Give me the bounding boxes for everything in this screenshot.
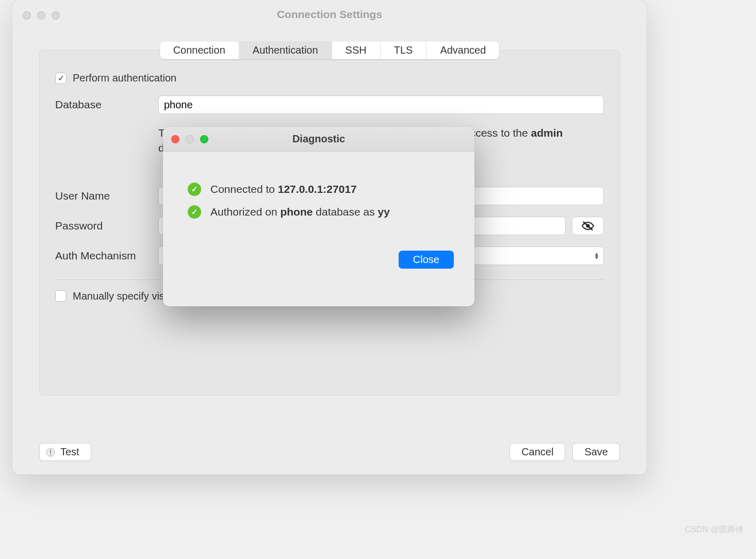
zoom-window-icon[interactable] bbox=[200, 135, 208, 143]
cancel-button[interactable]: Cancel bbox=[510, 443, 565, 461]
tab-tls[interactable]: TLS bbox=[381, 41, 427, 59]
modal-title: Diagnostic bbox=[163, 133, 474, 145]
modal-body: ✓ Connected to 127.0.0.1:27017 ✓ Authori… bbox=[163, 152, 474, 240]
test-button[interactable]: Test bbox=[39, 443, 91, 461]
toggle-password-visibility-button[interactable] bbox=[572, 217, 604, 235]
settings-tabs: Connection Authentication SSH TLS Advanc… bbox=[160, 41, 500, 59]
close-button[interactable]: Close bbox=[399, 251, 454, 269]
username-label: User Name bbox=[55, 190, 158, 202]
modal-titlebar: Diagnostic bbox=[163, 127, 474, 152]
diagnostic-modal: Diagnostic ✓ Connected to 127.0.0.1:2701… bbox=[163, 127, 474, 306]
diagnostic-authorized-row: ✓ Authorized on phone database as yy bbox=[188, 205, 450, 219]
eye-slash-icon bbox=[581, 221, 595, 231]
titlebar: Connection Settings bbox=[12, 0, 647, 29]
close-window-icon[interactable] bbox=[23, 11, 31, 20]
diagnostic-connected-text: Connected to 127.0.0.1:27017 bbox=[210, 183, 357, 195]
tab-advanced[interactable]: Advanced bbox=[426, 41, 499, 59]
watermark: CSDN @圆师傅 bbox=[685, 524, 744, 535]
check-circle-icon: ✓ bbox=[188, 183, 201, 196]
save-button[interactable]: Save bbox=[572, 443, 620, 461]
minimize-window-icon[interactable] bbox=[37, 11, 45, 20]
warning-icon bbox=[46, 448, 55, 457]
auth-mechanism-label: Auth Mechanism bbox=[55, 250, 158, 262]
manual-databases-checkbox[interactable] bbox=[55, 290, 67, 302]
svg-rect-3 bbox=[50, 450, 51, 453]
svg-rect-4 bbox=[50, 454, 51, 455]
diagnostic-connected-row: ✓ Connected to 127.0.0.1:27017 bbox=[188, 183, 450, 196]
minimize-window-icon[interactable] bbox=[186, 135, 194, 143]
perform-auth-label: Perform authentication bbox=[73, 72, 176, 84]
diagnostic-authorized-text: Authorized on phone database as yy bbox=[210, 206, 390, 218]
tab-authentication[interactable]: Authentication bbox=[239, 41, 332, 59]
zoom-window-icon[interactable] bbox=[52, 11, 60, 20]
test-button-label: Test bbox=[60, 446, 79, 458]
database-input[interactable] bbox=[158, 95, 604, 114]
window-title: Connection Settings bbox=[12, 8, 647, 21]
perform-auth-checkbox[interactable]: ✓ bbox=[55, 73, 67, 84]
modal-window-controls bbox=[171, 135, 208, 143]
check-circle-icon: ✓ bbox=[188, 205, 201, 219]
tab-connection[interactable]: Connection bbox=[160, 41, 239, 59]
database-label: Database bbox=[55, 98, 158, 111]
password-label: Password bbox=[55, 220, 158, 232]
dialog-footer: Test Cancel Save bbox=[39, 443, 620, 461]
tab-ssh[interactable]: SSH bbox=[332, 41, 381, 59]
chevron-updown-icon: ▴▾ bbox=[595, 252, 598, 259]
close-window-icon[interactable] bbox=[171, 135, 179, 143]
window-controls bbox=[23, 11, 60, 20]
